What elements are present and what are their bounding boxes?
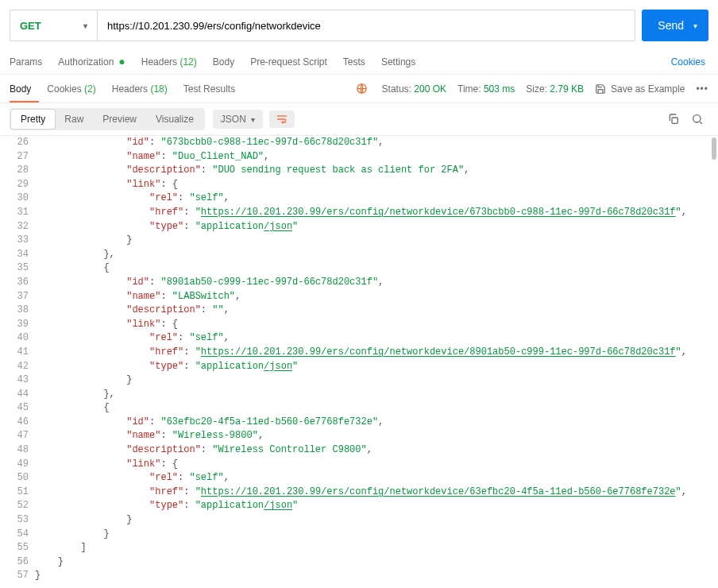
tab-settings[interactable]: Settings	[373, 56, 423, 68]
tab-prerequest-script[interactable]: Pre-request Script	[242, 56, 335, 68]
view-mode-bar: Pretty Raw Preview Visualize JSON ▾	[0, 103, 718, 136]
response-tab-test-results[interactable]: Test Results	[176, 75, 243, 103]
tab-headers[interactable]: Headers (12)	[133, 56, 205, 68]
time-value: 503 ms	[484, 83, 515, 95]
time-label: Time:	[457, 83, 481, 95]
cookies-link[interactable]: Cookies	[671, 56, 708, 68]
tab-authorization[interactable]: Authorization ●	[50, 56, 133, 68]
svg-point-3	[693, 115, 701, 122]
svg-line-4	[700, 122, 702, 124]
save-as-example-button[interactable]: Save as Example	[595, 83, 685, 95]
response-tab-cookies[interactable]: Cookies (2)	[39, 75, 103, 103]
tab-body[interactable]: Body	[205, 56, 242, 68]
network-globe-icon[interactable]	[356, 83, 368, 95]
chevron-down-icon: ▾	[251, 115, 255, 124]
chevron-down-icon: ▾	[83, 21, 87, 30]
send-button-label: Send	[658, 19, 684, 32]
view-visualize-button[interactable]: Visualize	[146, 110, 203, 129]
code-content: "id": "673bcbb0-c988-11ec-997d-66c78d20c…	[35, 136, 718, 583]
line-wrap-button[interactable]	[269, 110, 295, 128]
copy-icon[interactable]	[662, 110, 685, 129]
http-method-value: GET	[20, 20, 41, 32]
size-value: 2.79 KB	[550, 83, 584, 95]
format-select[interactable]: JSON ▾	[213, 110, 263, 129]
view-pretty-button[interactable]: Pretty	[11, 110, 55, 129]
request-tabs: Params Authorization ● Headers (12) Body…	[0, 49, 718, 75]
response-tab-body[interactable]: Body	[10, 75, 39, 103]
response-tab-headers[interactable]: Headers (18)	[104, 75, 176, 103]
tab-tests[interactable]: Tests	[335, 56, 373, 68]
send-button[interactable]: Send ▾	[642, 10, 708, 41]
size-label: Size:	[526, 83, 547, 95]
chevron-down-icon[interactable]: ▾	[693, 21, 697, 30]
view-mode-group: Pretty Raw Preview Visualize	[10, 108, 205, 130]
more-options-icon[interactable]: •••	[696, 83, 708, 95]
view-raw-button[interactable]: Raw	[55, 110, 93, 129]
response-status-block: Status: 200 OK Time: 503 ms Size: 2.79 K…	[356, 83, 708, 95]
response-body-code[interactable]: 2627282930313233343536373839404142434445…	[0, 136, 718, 583]
status-dot-icon: ●	[115, 55, 125, 68]
svg-rect-2	[672, 118, 677, 123]
status-label: Status:	[382, 83, 411, 95]
request-bar: GET ▾ Send ▾	[0, 0, 718, 49]
response-bar: Body Cookies (2) Headers (18) Test Resul…	[0, 75, 718, 103]
tab-params[interactable]: Params	[10, 56, 50, 68]
line-number-gutter: 2627282930313233343536373839404142434445…	[0, 136, 35, 583]
url-input[interactable]	[97, 10, 635, 41]
view-preview-button[interactable]: Preview	[93, 110, 146, 129]
http-method-select[interactable]: GET ▾	[10, 10, 97, 41]
search-icon[interactable]	[686, 110, 708, 129]
status-value: 200 OK	[414, 83, 446, 95]
